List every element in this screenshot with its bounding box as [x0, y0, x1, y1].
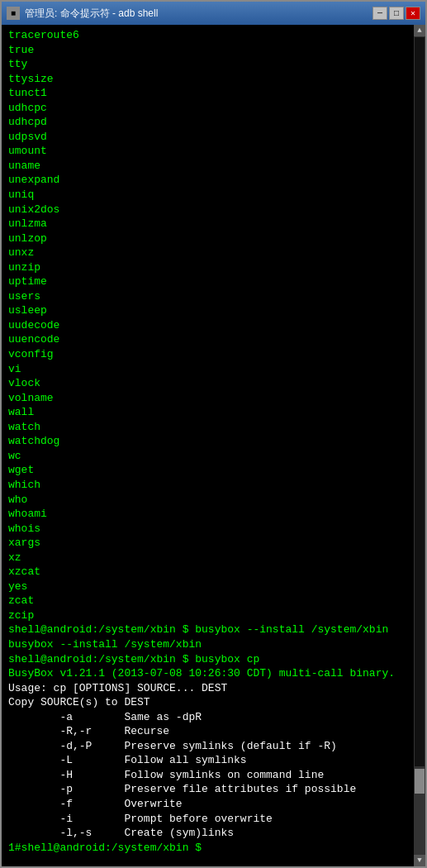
- terminal-line: udhcpc: [8, 101, 407, 116]
- terminal-content: traceroute6truettyttysizetunct1udhcpcudh…: [8, 28, 422, 855]
- window-controls[interactable]: ─ □ ✕: [372, 7, 420, 20]
- terminal-line: yes: [8, 579, 407, 594]
- scroll-up-arrow[interactable]: ▲: [414, 25, 425, 36]
- terminal-line: unix2dos: [8, 203, 407, 217]
- terminal-line: wget: [8, 463, 407, 478]
- terminal-line: usleep: [8, 303, 407, 318]
- terminal-line: Copy SOURCE(s) to DEST: [8, 695, 407, 710]
- terminal-line: tunct1: [8, 86, 407, 101]
- terminal-window: ■ 管理员: 命令提示符 - adb shell ─ □ ✕ tracerout…: [0, 0, 427, 868]
- terminal-line: who: [8, 493, 407, 508]
- terminal-line: traceroute6: [8, 28, 407, 43]
- terminal-line: -R,-r Recurse: [8, 724, 407, 739]
- terminal-line: tty: [8, 57, 407, 72]
- terminal-line: uptime: [8, 274, 407, 289]
- terminal-line: watch: [8, 420, 407, 435]
- terminal-line: 1#shell@android:/system/xbin $: [8, 841, 407, 856]
- terminal-line: xzcat: [8, 565, 407, 579]
- terminal-line: unexpand: [8, 173, 407, 188]
- scroll-down-arrow[interactable]: ▼: [414, 855, 425, 866]
- terminal-line: shell@android:/system/xbin $ busybox cp: [8, 652, 407, 667]
- terminal-line: wc: [8, 449, 407, 464]
- terminal-line: unxz: [8, 246, 407, 260]
- terminal-line: xz: [8, 551, 407, 565]
- terminal-line: wall: [8, 405, 407, 420]
- terminal-line: -i Prompt before overwrite: [8, 812, 407, 827]
- terminal-line: unlzma: [8, 217, 407, 231]
- terminal-line: whoami: [8, 507, 407, 522]
- terminal-line: ttysize: [8, 72, 407, 87]
- terminal-line: whois: [8, 522, 407, 537]
- app-icon: ■: [7, 7, 20, 20]
- terminal-line: uudecode: [8, 318, 407, 333]
- terminal-line: -f Overwrite: [8, 797, 407, 812]
- terminal-line: -l,-s Create (sym)links: [8, 826, 407, 841]
- terminal-line: umount: [8, 144, 407, 159]
- terminal-line: busybox --install /system/xbin: [8, 637, 407, 652]
- terminal-line: uname: [8, 159, 407, 174]
- terminal-line: unlzop: [8, 231, 407, 246]
- scroll-thumb[interactable]: [415, 769, 425, 794]
- terminal-line: which: [8, 478, 407, 493]
- terminal-line: zcip: [8, 608, 407, 623]
- terminal-line: xargs: [8, 536, 407, 551]
- terminal-line: shell@android:/system/xbin $ busybox --i…: [8, 622, 407, 637]
- terminal-line: -L Follow all symlinks: [8, 753, 407, 768]
- terminal-line: BusyBox v1.21.1 (2013-07-08 10:26:30 CDT…: [8, 666, 407, 681]
- terminal-line: -a Same as -dpR: [8, 710, 407, 725]
- title-bar-left: ■ 管理员: 命令提示符 - adb shell: [7, 7, 158, 21]
- terminal-line: udpsvd: [8, 130, 407, 145]
- scrollbar[interactable]: ▲ ▼: [414, 25, 425, 866]
- terminal-line: vi: [8, 362, 407, 377]
- terminal-line: volname: [8, 391, 407, 406]
- terminal-body[interactable]: traceroute6truettyttysizetunct1udhcpcudh…: [2, 25, 425, 866]
- terminal-line: zcat: [8, 594, 407, 608]
- close-button[interactable]: ✕: [406, 7, 420, 20]
- terminal-line: udhcpd: [8, 115, 407, 130]
- terminal-line: uniq: [8, 188, 407, 203]
- terminal-line: -p Preserve file attributes if possible: [8, 782, 407, 797]
- title-bar: ■ 管理员: 命令提示符 - adb shell ─ □ ✕: [2, 2, 425, 25]
- terminal-line: -d,-P Preserve symlinks (default if -R): [8, 739, 407, 754]
- terminal-line: users: [8, 289, 407, 304]
- terminal-line: uuencode: [8, 332, 407, 347]
- window-title: 管理员: 命令提示符 - adb shell: [25, 7, 158, 21]
- terminal-line: vlock: [8, 376, 407, 391]
- terminal-line: unzip: [8, 260, 407, 275]
- minimize-button[interactable]: ─: [372, 7, 387, 20]
- terminal-line: vconfig: [8, 347, 407, 362]
- terminal-line: Usage: cp [OPTIONS] SOURCE... DEST: [8, 681, 407, 696]
- terminal-line: -H Follow symlinks on command line: [8, 768, 407, 783]
- terminal-line: true: [8, 43, 407, 58]
- maximize-button[interactable]: □: [389, 7, 404, 20]
- terminal-line: watchdog: [8, 434, 407, 449]
